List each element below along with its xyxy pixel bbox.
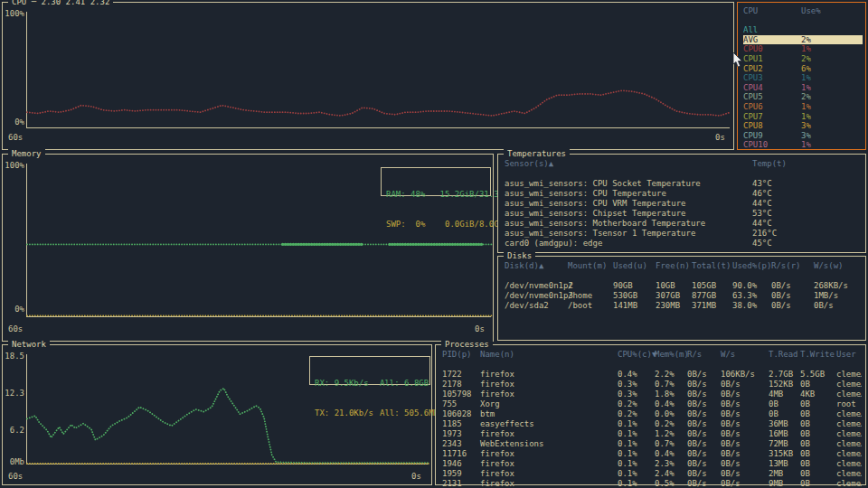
disks-header-col[interactable]: Disk(d)▲ [505, 261, 568, 271]
processes-header-col[interactable]: R/s [687, 350, 721, 360]
cpu-legend-panel[interactable]: CPU Use% AllAVG2%CPU01%CPU12%CPU26%CPU31… [737, 2, 866, 150]
disks-panel[interactable]: Disks Disk(d)▲Mount(m)Used(u)Free(n)Tota… [497, 256, 866, 341]
cpu-legend-row-cpu10[interactable]: CPU101% [743, 140, 863, 150]
temperatures-header[interactable]: Sensor(s)▲Temp(t) [505, 159, 862, 169]
cpu-legend-row-cpu3[interactable]: CPU31% [743, 73, 863, 83]
process-row[interactable]: 105798firefox0.3%1.8%0B/s0B/s4MB4KBcleme… [442, 389, 862, 399]
network-x-left-label: 60s [8, 472, 23, 482]
processes-header-col[interactable]: Name(n) [480, 350, 618, 360]
cpu-legend-rows: AllAVG2%CPU01%CPU12%CPU26%CPU31%CPU41%CP… [743, 25, 863, 150]
cpu-legend-row-cpu0[interactable]: CPU01% [743, 44, 863, 54]
disks-header-col[interactable]: Used(u) [613, 261, 656, 271]
cpu-legend-row-cpu5[interactable]: CPU52% [743, 92, 863, 102]
process-row-cell: cleme… [836, 409, 862, 419]
processes-header-col[interactable]: T.Write [800, 350, 836, 360]
process-row[interactable]: 1722firefox0.4%2.2%0B/s106KB/s2.7GB5.5GB… [442, 370, 862, 380]
process-row-cell: 0B/s [721, 469, 769, 479]
process-row-cell: 0B/s [721, 380, 769, 389]
temperature-row[interactable]: asus_wmi_sensors: CPU VRM Temperature44°… [505, 199, 862, 209]
processes-header-col[interactable]: W/s [721, 350, 769, 360]
memory-panel[interactable]: Memory 100% 0% 60s 0s RAM: 48% 15.2GiB/3… [2, 154, 494, 342]
cpu-legend-row-cpu6[interactable]: CPU61% [743, 102, 863, 112]
process-row-cell: 1946 [442, 459, 480, 469]
disks-header-col[interactable]: Free(n) [656, 261, 692, 271]
processes-header[interactable]: PID(p)Name(n)CPU%(c)▼Mem%(m)R/sW/sT.Read… [442, 350, 862, 360]
cpu-legend-row-cpu4-cell: CPU4 [743, 83, 801, 93]
processes-header-col[interactable]: PID(p) [442, 350, 480, 360]
process-row-cell: 36MB [769, 419, 800, 429]
process-row-cell: Xorg [480, 399, 618, 409]
disk-row-cell: 0B/s [771, 281, 814, 291]
process-row-cell: 0B [800, 429, 836, 439]
process-row-cell: 0B [769, 399, 800, 409]
network-panel[interactable]: Network 18.5 12.3 6.2 0Mb 60s 0s RX: 9.5… [2, 344, 432, 485]
process-row[interactable]: 106028btm0.2%0.0%0B/s0B/s0B0Bcleme… [442, 409, 862, 419]
processes-header-col[interactable]: CPU%(c)▼ [618, 350, 655, 360]
temperature-row[interactable]: asus_wmi_sensors: Chipset Temperature53°… [505, 209, 862, 219]
temperatures-header-col[interactable]: Temp(t) [752, 159, 862, 169]
process-row[interactable]: 2343WebExtensions0.1%0.7%0B/s0B/s72MB0Bc… [442, 439, 862, 449]
cpu-legend-row-cpu1[interactable]: CPU12% [743, 54, 863, 64]
cpu-legend-row-all-cell [801, 25, 863, 35]
cpu-legend-row-cpu9[interactable]: CPU93% [743, 131, 863, 141]
cpu-legend-row-cpu4[interactable]: CPU41% [743, 83, 863, 93]
process-row[interactable]: 1946firefox0.1%2.3%0B/s0B/s13MB0Bcleme… [442, 459, 862, 469]
temperatures-panel[interactable]: Temperatures Sensor(s)▲Temp(t) asus_wmi_… [497, 154, 866, 253]
process-row-cell: 0B/s [721, 419, 769, 429]
disks-header-col[interactable]: R/s(r) [771, 261, 814, 271]
process-row-cell: firefox [480, 449, 618, 459]
cpu-legend-row-avg[interactable]: AVG2% [743, 35, 863, 45]
temperature-row[interactable]: asus_wmi_sensors: Tsensor 1 Temperature2… [505, 229, 862, 239]
cpu-legend-row-cpu8[interactable]: CPU83% [743, 121, 863, 131]
process-row-cell: 0B [800, 399, 836, 409]
temperature-row[interactable]: asus_wmi_sensors: CPU Socket Temperature… [505, 179, 862, 189]
cpu-legend-header[interactable]: CPU Use% [743, 6, 863, 16]
processes-panel[interactable]: Processes PID(p)Name(n)CPU%(c)▼Mem%(m)R/… [435, 344, 866, 485]
cpu-legend-row-cpu3-cell: CPU3 [743, 73, 801, 83]
temperature-row[interactable]: asus_wmi_sensors: Motherboard Temperatur… [505, 219, 862, 229]
disk-row[interactable]: /dev/nvme0n1p3/home530GB307GB877GB63.3%0… [505, 291, 862, 301]
temperature-row-cell: asus_wmi_sensors: Tsensor 1 Temperature [505, 229, 752, 239]
disks-header-col[interactable]: Used%(p) [732, 261, 771, 271]
process-row[interactable]: 2131firefox0.1%0.5%0B/s0B/s9MB0Bcleme… [442, 479, 862, 488]
disk-row-cell: 90GB [613, 281, 656, 291]
process-row[interactable]: 1185easyeffects0.1%0.2%0B/s0B/s36MB0Bcle… [442, 419, 862, 429]
temperature-row[interactable]: card0 (amdgpu): edge45°C [505, 239, 862, 249]
temperatures-header-col[interactable]: Sensor(s)▲ [505, 159, 752, 169]
process-row[interactable]: 1973firefox0.1%1.2%0B/s0B/s16MB0Bcleme… [442, 429, 862, 439]
disks-header-col[interactable]: W/s(w) [814, 261, 862, 271]
process-row[interactable]: 11716firefox0.1%0.4%0B/s0B/s315KB0Bcleme… [442, 449, 862, 459]
network-rx-row: RX: 9.5Kb/s All: 6.8GB [315, 379, 425, 389]
temperature-row[interactable]: asus_wmi_sensors: CPU Temperature46°C [505, 189, 862, 199]
disk-row-cell: 38.0% [732, 301, 771, 311]
process-row-cell: 0B/s [721, 429, 769, 439]
disks-header-col[interactable]: Total(t) [692, 261, 732, 271]
process-row-cell: 0.1% [618, 429, 655, 439]
process-row-cell: 0.4% [655, 399, 687, 409]
cpu-panel[interactable]: CPU ─ 2.30 2.41 2.32 100% 0% 60s 0s [2, 2, 734, 150]
process-row-cell: 0.5% [655, 479, 687, 488]
cpu-legend-row-cpu7[interactable]: CPU71% [743, 112, 863, 122]
disk-row[interactable]: /dev/sda2/boot141MB230MB371MB38.0%0B/s0B… [505, 301, 862, 311]
ram-usage-text: RAM: 48% 15.2GiB/31.3GiB [386, 190, 486, 200]
process-row-cell: 0B/s [687, 370, 721, 380]
disks-header[interactable]: Disk(d)▲Mount(m)Used(u)Free(n)Total(t)Us… [505, 261, 862, 271]
process-row-cell: 4MB [769, 389, 800, 399]
processes-header-col[interactable]: Mem%(m) [655, 350, 687, 360]
process-row-cell: cleme… [836, 389, 862, 399]
disk-row-cell: 105GB [692, 281, 732, 291]
process-row[interactable]: 755Xorg0.2%0.4%0B/s0B/s0B0Broot [442, 399, 862, 409]
processes-header-col[interactable]: User [836, 350, 862, 360]
processes-header-col[interactable]: T.Read [769, 350, 800, 360]
disk-row[interactable]: /dev/nvme0n1p2/90GB10GB105GB90.0%0B/s268… [505, 281, 862, 291]
cpu-legend-row-all[interactable]: All [743, 25, 863, 35]
disk-row-cell: 230MB [656, 301, 692, 311]
process-row[interactable]: 1959firefox0.1%2.4%0B/s0B/s2MB0Bcleme… [442, 469, 862, 479]
temperatures-table: Sensor(s)▲Temp(t) asus_wmi_sensors: CPU … [505, 159, 862, 249]
process-row[interactable]: 2178firefox0.3%0.7%0B/s0B/s152KB0Bcleme… [442, 380, 862, 389]
disks-header-col[interactable]: Mount(m) [568, 261, 613, 271]
cpu-legend-row-cpu6-cell: CPU6 [743, 102, 801, 112]
cpu-legend-row-cpu2[interactable]: CPU26% [743, 64, 863, 74]
process-row-cell: 106KB/s [721, 370, 769, 380]
disk-row-cell: 307GB [656, 291, 692, 301]
